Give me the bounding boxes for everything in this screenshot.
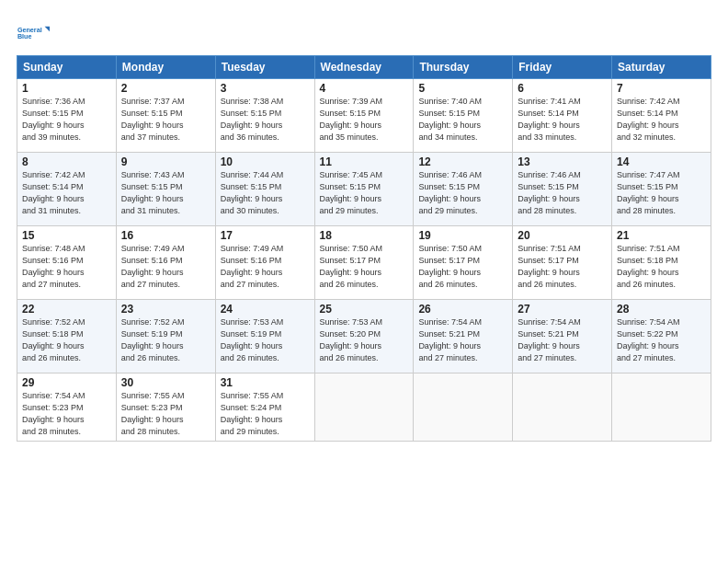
calendar-cell: 27Sunrise: 7:54 AMSunset: 5:21 PMDayligh… <box>513 300 612 373</box>
calendar-cell: 12Sunrise: 7:46 AMSunset: 5:15 PMDayligh… <box>414 153 513 226</box>
calendar-cell: 15Sunrise: 7:48 AMSunset: 5:16 PMDayligh… <box>17 226 117 300</box>
cell-details: Sunrise: 7:36 AMSunset: 5:15 PMDaylight:… <box>22 96 111 144</box>
day-number: 21 <box>617 229 706 242</box>
calendar-cell <box>513 373 612 442</box>
cell-details: Sunrise: 7:38 AMSunset: 5:15 PMDaylight:… <box>221 96 310 144</box>
calendar-table: SundayMondayTuesdayWednesdayThursdayFrid… <box>17 55 711 442</box>
cell-details: Sunrise: 7:37 AMSunset: 5:15 PMDaylight:… <box>121 96 210 144</box>
cell-details: Sunrise: 7:52 AMSunset: 5:19 PMDaylight:… <box>121 316 210 364</box>
calendar-cell: 28Sunrise: 7:54 AMSunset: 5:22 PMDayligh… <box>612 300 711 373</box>
calendar-cell: 3Sunrise: 7:38 AMSunset: 5:15 PMDaylight… <box>215 79 314 153</box>
day-number: 29 <box>22 376 111 389</box>
day-number: 28 <box>617 303 706 316</box>
day-number: 24 <box>221 303 310 316</box>
cell-details: Sunrise: 7:49 AMSunset: 5:16 PMDaylight:… <box>121 243 210 291</box>
day-number: 7 <box>617 82 706 95</box>
logo: General Blue <box>17 17 50 50</box>
calendar-week-5: 29Sunrise: 7:54 AMSunset: 5:23 PMDayligh… <box>17 373 711 442</box>
day-number: 18 <box>320 229 409 242</box>
svg-text:Blue: Blue <box>17 32 32 40</box>
weekday-header-wednesday: Wednesday <box>314 56 414 79</box>
cell-details: Sunrise: 7:46 AMSunset: 5:15 PMDaylight:… <box>518 169 607 217</box>
calendar-cell: 2Sunrise: 7:37 AMSunset: 5:15 PMDaylight… <box>116 79 215 153</box>
day-number: 14 <box>617 155 706 168</box>
calendar-cell: 22Sunrise: 7:52 AMSunset: 5:18 PMDayligh… <box>17 300 117 373</box>
calendar-cell: 23Sunrise: 7:52 AMSunset: 5:19 PMDayligh… <box>116 300 215 373</box>
day-number: 2 <box>121 82 210 95</box>
calendar-cell: 24Sunrise: 7:53 AMSunset: 5:19 PMDayligh… <box>215 300 314 373</box>
weekday-header-sunday: Sunday <box>17 56 117 79</box>
calendar-week-2: 8Sunrise: 7:42 AMSunset: 5:14 PMDaylight… <box>17 153 711 226</box>
calendar-cell: 7Sunrise: 7:42 AMSunset: 5:14 PMDaylight… <box>612 79 711 153</box>
day-number: 4 <box>320 82 409 95</box>
cell-details: Sunrise: 7:55 AMSunset: 5:23 PMDaylight:… <box>121 390 210 438</box>
day-number: 12 <box>418 155 507 168</box>
weekday-header-monday: Monday <box>116 56 215 79</box>
cell-details: Sunrise: 7:53 AMSunset: 5:19 PMDaylight:… <box>221 316 310 364</box>
cell-details: Sunrise: 7:47 AMSunset: 5:15 PMDaylight:… <box>617 169 706 217</box>
day-number: 11 <box>320 155 409 168</box>
day-number: 16 <box>121 229 210 242</box>
calendar-cell: 16Sunrise: 7:49 AMSunset: 5:16 PMDayligh… <box>116 226 215 300</box>
calendar-cell: 5Sunrise: 7:40 AMSunset: 5:15 PMDaylight… <box>414 79 513 153</box>
calendar-cell: 29Sunrise: 7:54 AMSunset: 5:23 PMDayligh… <box>17 373 117 442</box>
calendar-cell: 10Sunrise: 7:44 AMSunset: 5:15 PMDayligh… <box>215 153 314 226</box>
logo-svg: General Blue <box>17 17 50 50</box>
cell-details: Sunrise: 7:51 AMSunset: 5:17 PMDaylight:… <box>518 243 607 291</box>
calendar-cell <box>314 373 414 442</box>
day-number: 31 <box>221 376 310 389</box>
calendar-cell: 9Sunrise: 7:43 AMSunset: 5:15 PMDaylight… <box>116 153 215 226</box>
calendar-cell: 14Sunrise: 7:47 AMSunset: 5:15 PMDayligh… <box>612 153 711 226</box>
day-number: 8 <box>22 155 111 168</box>
day-number: 25 <box>320 303 409 316</box>
calendar-cell: 21Sunrise: 7:51 AMSunset: 5:18 PMDayligh… <box>612 226 711 300</box>
calendar-cell <box>414 373 513 442</box>
cell-details: Sunrise: 7:54 AMSunset: 5:23 PMDaylight:… <box>22 390 111 438</box>
day-number: 13 <box>518 155 607 168</box>
calendar-cell <box>612 373 711 442</box>
weekday-header-tuesday: Tuesday <box>215 56 314 79</box>
cell-details: Sunrise: 7:46 AMSunset: 5:15 PMDaylight:… <box>418 169 507 217</box>
cell-details: Sunrise: 7:50 AMSunset: 5:17 PMDaylight:… <box>320 243 409 291</box>
calendar-cell: 13Sunrise: 7:46 AMSunset: 5:15 PMDayligh… <box>513 153 612 226</box>
calendar-week-4: 22Sunrise: 7:52 AMSunset: 5:18 PMDayligh… <box>17 300 711 373</box>
header: General Blue <box>17 17 711 50</box>
calendar-cell: 20Sunrise: 7:51 AMSunset: 5:17 PMDayligh… <box>513 226 612 300</box>
calendar-cell: 31Sunrise: 7:55 AMSunset: 5:24 PMDayligh… <box>215 373 314 442</box>
day-number: 19 <box>418 229 507 242</box>
weekday-header-friday: Friday <box>513 56 612 79</box>
calendar-cell: 11Sunrise: 7:45 AMSunset: 5:15 PMDayligh… <box>314 153 414 226</box>
calendar-week-1: 1Sunrise: 7:36 AMSunset: 5:15 PMDaylight… <box>17 79 711 153</box>
day-number: 15 <box>22 229 111 242</box>
weekday-header-thursday: Thursday <box>414 56 513 79</box>
cell-details: Sunrise: 7:42 AMSunset: 5:14 PMDaylight:… <box>617 96 706 144</box>
day-number: 17 <box>221 229 310 242</box>
day-number: 1 <box>22 82 111 95</box>
calendar-week-3: 15Sunrise: 7:48 AMSunset: 5:16 PMDayligh… <box>17 226 711 300</box>
calendar-cell: 26Sunrise: 7:54 AMSunset: 5:21 PMDayligh… <box>414 300 513 373</box>
cell-details: Sunrise: 7:51 AMSunset: 5:18 PMDaylight:… <box>617 243 706 291</box>
calendar-cell: 4Sunrise: 7:39 AMSunset: 5:15 PMDaylight… <box>314 79 414 153</box>
cell-details: Sunrise: 7:39 AMSunset: 5:15 PMDaylight:… <box>320 96 409 144</box>
day-number: 27 <box>518 303 607 316</box>
page: General Blue SundayMondayTuesdayWednesda… <box>0 0 728 563</box>
day-number: 5 <box>418 82 507 95</box>
calendar-cell: 8Sunrise: 7:42 AMSunset: 5:14 PMDaylight… <box>17 153 117 226</box>
day-number: 30 <box>121 376 210 389</box>
cell-details: Sunrise: 7:52 AMSunset: 5:18 PMDaylight:… <box>22 316 111 364</box>
day-number: 10 <box>221 155 310 168</box>
calendar-cell: 25Sunrise: 7:53 AMSunset: 5:20 PMDayligh… <box>314 300 414 373</box>
day-number: 20 <box>518 229 607 242</box>
cell-details: Sunrise: 7:42 AMSunset: 5:14 PMDaylight:… <box>22 169 111 217</box>
calendar-cell: 19Sunrise: 7:50 AMSunset: 5:17 PMDayligh… <box>414 226 513 300</box>
cell-details: Sunrise: 7:55 AMSunset: 5:24 PMDaylight:… <box>221 390 310 438</box>
cell-details: Sunrise: 7:44 AMSunset: 5:15 PMDaylight:… <box>221 169 310 217</box>
day-number: 26 <box>418 303 507 316</box>
day-number: 22 <box>22 303 111 316</box>
calendar-cell: 6Sunrise: 7:41 AMSunset: 5:14 PMDaylight… <box>513 79 612 153</box>
cell-details: Sunrise: 7:41 AMSunset: 5:14 PMDaylight:… <box>518 96 607 144</box>
calendar-cell: 18Sunrise: 7:50 AMSunset: 5:17 PMDayligh… <box>314 226 414 300</box>
day-number: 3 <box>221 82 310 95</box>
calendar-cell: 1Sunrise: 7:36 AMSunset: 5:15 PMDaylight… <box>17 79 117 153</box>
cell-details: Sunrise: 7:54 AMSunset: 5:22 PMDaylight:… <box>617 316 706 364</box>
